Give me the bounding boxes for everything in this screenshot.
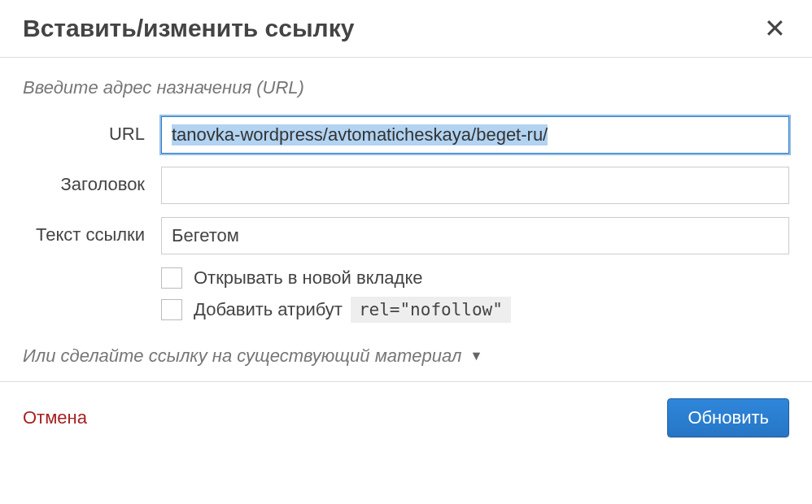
url-row: URL tanovka-wordpress/avtomaticheskaya/b… [23, 116, 789, 154]
link-dialog: Вставить/изменить ссылку ✕ Введите адрес… [0, 0, 812, 457]
link-text-label: Текст ссылки [23, 217, 161, 246]
close-button[interactable]: ✕ [761, 15, 789, 41]
title-label: Заголовок [23, 167, 161, 196]
chevron-down-icon: ▼ [469, 349, 482, 363]
section-label: Введите адрес назначения (URL) [23, 77, 789, 98]
dialog-body: Введите адрес назначения (URL) URL tanov… [0, 58, 812, 381]
title-row: Заголовок [23, 167, 789, 204]
nofollow-checkbox[interactable] [161, 299, 182, 320]
dialog-title: Вставить/изменить ссылку [23, 15, 354, 42]
dialog-footer: Отмена Обновить [0, 381, 812, 457]
url-input-value: tanovka-wordpress/avtomaticheskaya/beget… [172, 124, 548, 146]
link-text-row: Текст ссылки [23, 217, 789, 254]
nofollow-label-text: Добавить атрибут [194, 299, 343, 320]
url-input[interactable]: tanovka-wordpress/avtomaticheskaya/beget… [161, 116, 789, 154]
new-tab-checkbox[interactable] [161, 267, 182, 289]
new-tab-row: Открывать в новой вкладке [161, 267, 789, 289]
link-text-input[interactable] [161, 217, 789, 254]
cancel-button[interactable]: Отмена [23, 407, 87, 428]
close-icon: ✕ [764, 14, 786, 43]
submit-button[interactable]: Обновить [667, 398, 789, 437]
nofollow-label: Добавить атрибут rel="nofollow" [194, 297, 511, 323]
nofollow-code: rel="nofollow" [351, 297, 511, 323]
nofollow-row: Добавить атрибут rel="nofollow" [161, 297, 789, 323]
url-label: URL [23, 116, 161, 146]
dialog-header: Вставить/изменить ссылку ✕ [0, 0, 812, 58]
existing-content-toggle[interactable]: Или сделайте ссылку на существующий мате… [23, 345, 789, 367]
existing-content-label: Или сделайте ссылку на существующий мате… [23, 345, 461, 367]
title-input[interactable] [161, 167, 789, 204]
new-tab-label: Открывать в новой вкладке [194, 267, 423, 289]
